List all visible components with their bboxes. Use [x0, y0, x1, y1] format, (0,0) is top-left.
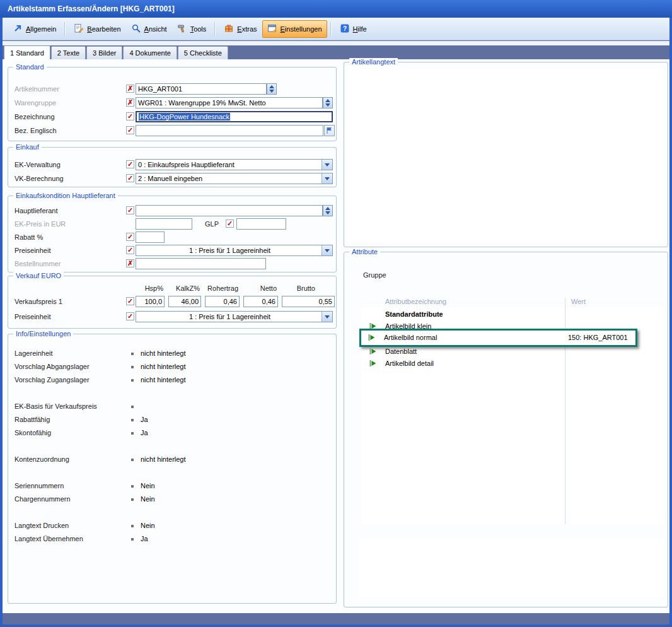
- artikelnummer-checkbox[interactable]: ✗: [126, 85, 134, 93]
- tab-dokumente[interactable]: 4 Dokumente: [123, 46, 177, 59]
- tab-standard[interactable]: 1 Standard: [4, 45, 50, 59]
- attribute-row-datenblatt[interactable]: Datenblatt: [362, 346, 664, 358]
- toolbar-button-bearbeiten[interactable]: Bearbeiten: [69, 20, 125, 38]
- warengruppe-label: Warengruppe: [14, 99, 56, 107]
- toolbar-label-ansicht: Ansicht: [144, 25, 167, 33]
- bez-englisch-input[interactable]: [136, 125, 323, 136]
- warengruppe-spinner[interactable]: [323, 97, 333, 108]
- info-value: nicht hinterlegt: [141, 455, 186, 463]
- col-header-kalkz: KalkZ%: [168, 284, 200, 292]
- bez-englisch-label: Bez. Englisch: [14, 127, 57, 134]
- attribute-item-icon: [369, 348, 377, 355]
- hammer-icon: [177, 23, 187, 35]
- artikelnummer-label: Artikelnummer: [14, 85, 59, 93]
- warengruppe-input[interactable]: WGR01 : Warengruppe 19% MwSt. Netto: [136, 97, 323, 108]
- verkauf-preiseinheit-dropdown[interactable]: 1 : Preis für 1 Lagereinheit: [136, 311, 333, 322]
- tab-checkliste[interactable]: 5 Checkliste: [178, 46, 228, 59]
- attribute-row-artikelbild-normal[interactable]: Artikelbild normal 150: HKG_ART001: [361, 331, 635, 345]
- spin-up-icon: [325, 207, 330, 210]
- toolbar-button-ansicht[interactable]: Ansicht: [126, 20, 172, 38]
- toolbar-separator: [64, 22, 66, 36]
- artikellangtext-textarea[interactable]: [348, 69, 664, 243]
- rabatt-checkbox[interactable]: ✓: [126, 233, 134, 241]
- ek-preis-input[interactable]: [136, 218, 192, 230]
- hauptlieferant-spinner[interactable]: [323, 205, 333, 216]
- spin-up-icon: [269, 85, 274, 88]
- brutto-input[interactable]: 0,55: [282, 296, 335, 307]
- dropdown-arrow-icon[interactable]: [322, 173, 332, 184]
- glp-checkbox[interactable]: ✓: [226, 220, 234, 228]
- ek-verwaltung-dropdown[interactable]: 0 : Einkaufspreis Hauptlieferant: [136, 159, 333, 170]
- toolbar-button-tools[interactable]: Tools: [172, 20, 212, 38]
- attribute-item-icon: [369, 360, 377, 367]
- toolbar-separator: [214, 22, 216, 36]
- kalkz-input[interactable]: 46,00: [168, 296, 201, 307]
- rabatt-input[interactable]: [136, 231, 165, 243]
- artikellangtext-group-legend: Artikellangtext: [349, 58, 398, 66]
- dropdown-arrow-icon[interactable]: [322, 312, 332, 322]
- bezeichnung-checkbox[interactable]: ✓: [126, 112, 134, 120]
- attribute-row-wert: 150: HKG_ART001: [568, 334, 628, 341]
- ek-verwaltung-label: EK-Verwaltung: [14, 161, 61, 168]
- standard-tab-panel: Standard Artikelnummer ✗ HKG_ART001 Ware…: [3, 59, 669, 613]
- toolbar-label-extras: Extras: [237, 25, 257, 33]
- toolbar-button-allgemein[interactable]: Allgemein: [8, 20, 61, 38]
- standard-group-legend: Standard: [13, 63, 47, 71]
- hauptlieferant-input[interactable]: [136, 205, 323, 216]
- attribute-row-artikelbild-detail[interactable]: Artikelbild detail: [362, 358, 664, 370]
- attribute-group-legend: Attribute: [349, 248, 380, 256]
- tab-bilder[interactable]: 3 Bilder: [86, 46, 122, 59]
- dropdown-arrow-icon[interactable]: [322, 245, 332, 255]
- bezeichnung-input[interactable]: HKG-DogPower Hundesnack: [136, 111, 333, 122]
- attribute-row-standardattribute[interactable]: Standardattribute: [362, 308, 664, 320]
- vk-berechnung-dropdown[interactable]: 2 : Manuell eingeben: [136, 173, 333, 184]
- dropdown-value: 2 : Manuell eingeben: [138, 175, 322, 182]
- window-title: Artikelstamm Erfassen/Ändern [HKG_ART001…: [8, 4, 175, 13]
- vk-berechnung-checkbox[interactable]: ✓: [126, 174, 134, 182]
- hsp-input[interactable]: 100,0: [136, 296, 165, 307]
- info-value: nicht hinterlegt: [141, 349, 186, 357]
- language-flag-button[interactable]: [324, 125, 335, 136]
- bez-englisch-checkbox[interactable]: ✓: [126, 126, 134, 134]
- info-label: Langtext Übernehmen: [14, 535, 83, 542]
- toolbar-button-einstellungen[interactable]: Einstellungen: [262, 20, 327, 38]
- col-header-netto: Netto: [243, 284, 277, 292]
- bullet-icon: [131, 538, 134, 541]
- artikelnummer-input[interactable]: HKG_ART001: [136, 83, 267, 95]
- info-value: Ja: [141, 429, 148, 437]
- glp-input[interactable]: [236, 218, 286, 230]
- toolbar-label-allgemein: Allgemein: [26, 25, 56, 33]
- ek-verwaltung-checkbox[interactable]: ✓: [126, 160, 134, 168]
- tab-texte[interactable]: 2 Texte: [51, 46, 86, 59]
- hauptlieferant-checkbox[interactable]: ✓: [126, 206, 134, 214]
- warengruppe-checkbox[interactable]: ✗: [126, 98, 134, 107]
- bezeichnung-label: Bezeichnung: [14, 113, 55, 120]
- bestellnummer-checkbox[interactable]: ✗: [126, 259, 134, 267]
- help-icon: ?: [340, 23, 350, 35]
- netto-input[interactable]: 0,46: [243, 296, 278, 307]
- info-value: Ja: [141, 535, 148, 542]
- info-label: Seriennummern: [14, 482, 64, 489]
- attribute-group: Attribute Gruppe Attributbezeichnung Wer…: [344, 252, 668, 607]
- toolbar-button-hilfe[interactable]: ? Hilfe: [335, 20, 372, 38]
- preiseinheit-dropdown[interactable]: 1 : Preis für 1 Lagereinheit: [136, 245, 333, 256]
- preiseinheit-checkbox[interactable]: ✓: [126, 246, 134, 254]
- verkauf-preiseinheit-checkbox[interactable]: ✓: [126, 312, 134, 320]
- toolbar-label-tools: Tools: [190, 25, 207, 33]
- verkaufspreis-checkbox[interactable]: ✓: [126, 297, 134, 305]
- toolbar-button-extras[interactable]: Extras: [219, 20, 262, 38]
- bullet-icon: [131, 366, 134, 368]
- info-label: Lagereinheit: [14, 349, 53, 357]
- verkauf-group: Verkauf EURO Hsp% KalkZ% Rohertrag Netto…: [8, 276, 337, 329]
- info-label: Rabattfähig: [14, 416, 50, 423]
- hauptlieferant-label: Hauptlieferant: [14, 207, 58, 214]
- bestellnummer-input[interactable]: [136, 258, 266, 269]
- window-body: Allgemein Bearbeiten Ansicht Tools Extra…: [3, 18, 669, 624]
- dropdown-arrow-icon[interactable]: [322, 160, 332, 170]
- artikelnummer-spinner[interactable]: [267, 83, 277, 95]
- col-header-hsp: Hsp%: [136, 284, 163, 292]
- flag-icon: [326, 127, 333, 134]
- rohertrag-input[interactable]: 0,46: [205, 296, 240, 307]
- info-label: Kontenzuordnung: [14, 455, 69, 463]
- artikellangtext-group: Artikellangtext: [344, 62, 668, 247]
